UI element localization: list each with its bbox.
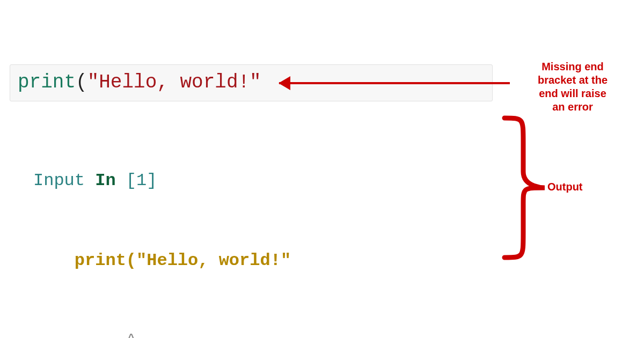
arrow-line bbox=[279, 82, 510, 84]
output-line-caret: ^ bbox=[33, 327, 635, 338]
output-cell-number: 1 bbox=[136, 171, 147, 190]
annotation2-text: Output bbox=[547, 181, 583, 193]
annotation-brace-icon bbox=[494, 113, 547, 263]
output-echo-indent bbox=[33, 251, 75, 270]
annotation1-line1: Missing end bbox=[541, 61, 604, 72]
token-string: "Hello, world!" bbox=[87, 71, 261, 93]
annotation-output-label: Output bbox=[547, 180, 633, 194]
annotation-arrow bbox=[279, 80, 510, 86]
arrow-head-icon bbox=[279, 76, 290, 90]
annotation1-line4: an error bbox=[552, 101, 593, 113]
output-caret-indent bbox=[33, 330, 126, 338]
output-word-input: Input bbox=[33, 171, 95, 190]
output-bracket-open: [ bbox=[126, 171, 136, 190]
output-word-in: In bbox=[95, 171, 126, 190]
output-caret: ^ bbox=[126, 330, 136, 338]
output-bracket-close: ] bbox=[147, 171, 157, 190]
token-function: print bbox=[18, 71, 76, 93]
token-paren-open: ( bbox=[76, 71, 87, 93]
annotation1-line2: bracket at the bbox=[538, 74, 608, 86]
output-echo-code: print("Hello, world!" bbox=[75, 251, 291, 270]
annotation-missing-bracket: Missing end bracket at the end will rais… bbox=[511, 60, 634, 114]
annotation1-line3: end will raise bbox=[539, 87, 606, 99]
